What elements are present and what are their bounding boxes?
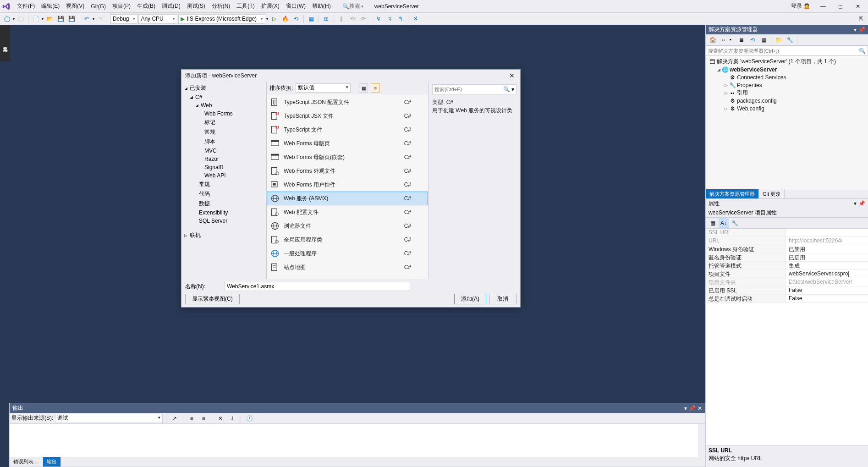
property-row[interactable]: SSL URL: [706, 229, 868, 237]
menu-test[interactable]: 测试(S): [184, 0, 209, 12]
dialog-close-button[interactable]: ✕: [507, 72, 516, 79]
toggle-icon[interactable]: ↔: [719, 35, 729, 45]
category-web[interactable]: ◢Web: [181, 101, 266, 110]
browser-link-button[interactable]: ⟲: [291, 14, 301, 24]
login-link[interactable]: 登录 🙍: [787, 0, 814, 12]
solution-search[interactable]: 🔍: [706, 45, 868, 56]
view-tiles-button[interactable]: ▦: [359, 83, 368, 93]
tb-icon-3[interactable]: ‖: [336, 14, 346, 24]
close-icon[interactable]: ✕: [698, 405, 702, 412]
tb-icon-end[interactable]: ✕̇: [411, 14, 421, 24]
tb-icon-4[interactable]: ⟲: [347, 14, 357, 24]
new-project-button[interactable]: 📄: [31, 14, 41, 24]
nav-back-button[interactable]: ◯: [2, 14, 12, 24]
dialog-search-input[interactable]: [434, 87, 503, 92]
menu-view[interactable]: 视图(V): [63, 0, 88, 12]
property-value[interactable]: 已禁用: [786, 245, 868, 253]
start-button[interactable]: ▷: [269, 14, 279, 24]
menu-debug[interactable]: 调试(D): [159, 0, 184, 12]
tb-icon-5[interactable]: ⟳: [358, 14, 368, 24]
template-item[interactable]: Web 配置文件C#: [267, 205, 428, 219]
template-item[interactable]: 一般处理程序C#: [267, 247, 428, 260]
scrollbar[interactable]: [698, 424, 705, 457]
template-item[interactable]: Web Forms 母版页C#: [267, 137, 428, 150]
solution-root[interactable]: 🗔 解决方案 'webServiceServer' (1 个项目，共 1 个): [706, 58, 868, 66]
property-value[interactable]: webServiceServer.csproj: [786, 270, 868, 278]
tab-output[interactable]: 输出: [43, 457, 61, 467]
project-node[interactable]: ◢ 🌐 webServiceServer: [706, 66, 868, 73]
menu-file[interactable]: 文件(F): [14, 0, 38, 12]
menu-project[interactable]: 项目(P): [109, 0, 134, 12]
wrap-icon[interactable]: ⤸: [227, 413, 237, 423]
property-row[interactable]: 总是在调试时启动False: [706, 295, 868, 303]
tb-icon-1[interactable]: ▦: [306, 14, 316, 24]
category-csharp[interactable]: ◢C#: [181, 93, 266, 101]
category-item[interactable]: 标记: [181, 118, 266, 127]
platform-combo[interactable]: Any CPU: [138, 14, 177, 24]
home-icon[interactable]: 🏠: [708, 35, 718, 45]
solution-search-input[interactable]: [708, 48, 859, 54]
dropdown-icon[interactable]: ▾: [854, 200, 857, 207]
tab-solution-explorer[interactable]: 解决方案资源管理器: [706, 189, 759, 198]
category-online[interactable]: ▷联机: [181, 231, 266, 240]
name-input[interactable]: [225, 282, 410, 291]
clock-icon[interactable]: 🕐: [244, 413, 254, 423]
template-item[interactable]: 站点地图C#: [267, 260, 428, 274]
view-list-button[interactable]: ≡: [371, 83, 380, 93]
goto-icon[interactable]: ↗: [170, 413, 180, 423]
tab-git-changes[interactable]: Git 更改: [759, 189, 785, 198]
menu-git[interactable]: Git(G): [88, 1, 109, 11]
menu-analyze[interactable]: 分析(N): [209, 0, 234, 12]
refresh-icon[interactable]: ⟲: [747, 35, 758, 45]
save-all-button[interactable]: 💾: [66, 14, 77, 24]
minimize-button[interactable]: —: [815, 1, 831, 12]
pin-icon[interactable]: 📌: [858, 200, 865, 207]
category-item[interactable]: SQL Server: [181, 217, 266, 225]
cancel-button[interactable]: 取消: [489, 294, 516, 304]
category-item[interactable]: SignalR: [181, 163, 266, 171]
property-value[interactable]: False: [786, 295, 868, 302]
global-search[interactable]: 🔍 搜索 ▾: [340, 1, 366, 11]
property-value[interactable]: False: [786, 286, 868, 294]
property-value[interactable]: http://localhost:52264/: [786, 237, 868, 245]
property-row[interactable]: 已启用 SSLFalse: [706, 286, 868, 295]
tree-item-webconfig[interactable]: ▷ ⚙ Web.config: [706, 104, 868, 112]
run-button[interactable]: ▶IIS Express (Microsoft Edge): [178, 14, 265, 24]
menu-edit[interactable]: 编辑(E): [38, 0, 63, 12]
alpha-icon[interactable]: A↓: [719, 218, 729, 228]
category-item[interactable]: 脚本: [181, 137, 266, 147]
tb-icon-2[interactable]: ⊞: [321, 14, 331, 24]
collapse-icon[interactable]: ▦: [758, 35, 769, 45]
property-row[interactable]: Windows 身份验证已禁用: [706, 245, 868, 253]
sync-icon[interactable]: ≣: [736, 35, 747, 45]
category-item[interactable]: 数据: [181, 199, 266, 209]
property-value[interactable]: 集成: [786, 262, 868, 269]
category-item[interactable]: Web Forms: [181, 110, 266, 118]
category-item[interactable]: Extensibility: [181, 209, 266, 217]
tab-error-list[interactable]: 错误列表 ...: [10, 457, 43, 467]
undo-button[interactable]: ↶: [82, 14, 92, 24]
menu-window[interactable]: 窗口(W): [283, 0, 309, 12]
pin-icon[interactable]: 📌: [858, 27, 865, 33]
template-item[interactable]: Web Forms 外观文件C#: [267, 164, 428, 178]
category-item[interactable]: 常规: [181, 127, 266, 137]
hot-reload-button[interactable]: 🔥: [280, 14, 290, 24]
property-value[interactable]: 已启用: [786, 253, 868, 261]
next-icon[interactable]: ≡: [198, 413, 209, 423]
template-item[interactable]: Web Forms 母版页(嵌套)C#: [267, 150, 428, 164]
property-row[interactable]: 匿名身份验证已启用: [706, 253, 868, 262]
property-row[interactable]: URLhttp://localhost:52264/: [706, 237, 868, 245]
property-value[interactable]: D:\test\webServiceServer\: [786, 278, 868, 286]
step-out-button[interactable]: ↰: [396, 14, 406, 24]
config-combo[interactable]: Debug: [110, 14, 137, 24]
tree-item-connected[interactable]: ⚙ Connected Services: [706, 73, 868, 81]
categorize-icon[interactable]: ▦: [708, 218, 718, 228]
save-button[interactable]: 💾: [55, 14, 66, 24]
prev-icon[interactable]: ≡: [187, 413, 197, 423]
step-over-button[interactable]: ↴: [385, 14, 395, 24]
category-item[interactable]: 常规: [181, 180, 266, 189]
toolbox-tab[interactable]: 工具箱: [0, 25, 10, 61]
template-item[interactable]: 浏览器文件C#: [267, 219, 428, 233]
show-all-icon[interactable]: 📁: [774, 35, 784, 45]
menu-build[interactable]: 生成(B): [134, 0, 159, 12]
